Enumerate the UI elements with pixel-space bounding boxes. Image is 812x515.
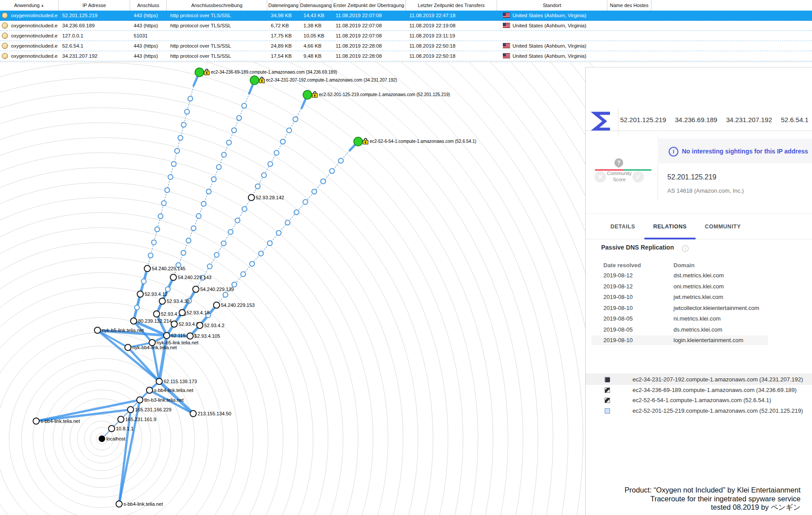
hop-node[interactable] [158,214,163,219]
host-list-row[interactable]: ec2-34-236-69-189.compute-1.amazonaws.co… [586,385,812,396]
host-list-row[interactable]: ec2-52-6-54-1.compute-1.amazonaws.com (5… [586,395,812,406]
hop-node[interactable] [294,210,299,215]
hop-node[interactable] [172,161,176,166]
passive-dns-row[interactable]: 2019-08-12oni.metrics.klei.com [591,282,768,291]
tab-relations[interactable]: RELATIONS [644,220,696,239]
hop-node[interactable] [196,214,201,219]
header-ip[interactable]: 34.236.69.189 [675,116,717,123]
hop-node[interactable] [211,177,216,182]
hop-node[interactable] [161,201,166,205]
hop-node[interactable] [262,173,266,178]
graph-node[interactable] [156,378,162,384]
hop-node[interactable] [155,227,160,232]
dns-domain[interactable]: jwtcollector.kleientertainment.com [674,303,759,313]
host-list-row[interactable]: ec2-34-231-207-192.compute-1.amazonaws.c… [586,374,812,385]
hop-node[interactable] [232,128,236,133]
hop-node[interactable] [321,179,326,184]
hop-node[interactable] [142,279,146,284]
column-header[interactable]: Anwendung ▲ [0,0,59,11]
dns-domain[interactable]: oni.metrics.klei.com [674,282,724,291]
hop-node[interactable] [287,128,292,133]
graph-node[interactable] [149,340,155,346]
hop-node[interactable] [276,231,281,235]
graph-node[interactable] [144,265,150,272]
hop-node[interactable] [242,207,247,212]
hop-node[interactable] [242,103,247,108]
table-row[interactable]: oxygennotincluded.exe34.236.69.189443 (h… [0,21,812,31]
dns-domain[interactable]: ds.metrics.klei.com [674,325,722,335]
graph-node[interactable] [127,407,134,413]
hop-node[interactable] [312,189,317,194]
graph-node[interactable] [109,425,115,432]
endpoint-node[interactable] [195,68,204,77]
hop-node[interactable] [148,253,153,258]
dns-domain[interactable]: jwt.metrics.klei.com [674,292,723,302]
endpoint-node[interactable] [250,76,259,85]
graph-node[interactable] [213,302,220,308]
graph-node[interactable] [33,418,39,424]
hop-node[interactable] [258,251,263,256]
graph-node[interactable] [248,194,254,201]
passive-dns-row[interactable]: 2019-08-10jwtcollector.kleientertainment… [591,303,768,313]
hop-node[interactable] [221,241,226,246]
table-row[interactable]: oxygennotincluded.exe52.6.54.1443 (https… [0,41,812,51]
hop-node[interactable] [152,240,157,245]
column-header[interactable]: Datenausgang [300,0,332,11]
passive-dns-row[interactable]: 2019-08-05ni.metrics.klei.com [591,314,768,324]
hop-node[interactable] [250,261,254,266]
header-ip[interactable]: 52.6.54.1 [781,116,809,123]
graph-node[interactable] [159,298,165,304]
graph-node[interactable] [171,321,177,327]
passive-dns-row[interactable]: 2019-08-12dst.metrics.klei.com [591,271,768,280]
column-header[interactable]: Anschlussbeschreibung [167,0,267,11]
column-header[interactable]: Erster Zeitpunkt der Übertragung [332,0,406,11]
passive-dns-row[interactable]: 2019-08-10jwt.metrics.klei.com [591,292,768,302]
hop-node[interactable] [281,139,285,144]
hop-node[interactable] [223,292,228,297]
graph-node[interactable] [94,327,101,333]
graph-node[interactable] [116,501,122,507]
hop-node[interactable] [274,150,279,155]
hop-node[interactable] [207,264,212,269]
hop-node[interactable] [303,200,308,205]
hop-node[interactable] [178,135,183,140]
hop-node[interactable] [237,116,242,120]
hop-node[interactable] [165,188,170,193]
hop-node[interactable] [191,226,196,231]
hop-node[interactable] [181,250,186,255]
graph-node[interactable] [146,387,153,393]
endpoint-node[interactable] [354,137,363,146]
graph-node[interactable] [197,322,203,328]
passive-dns-row[interactable]: 2019-08-05ds.metrics.klei.com [591,325,768,335]
hop-node[interactable] [135,305,139,310]
hop-node[interactable] [217,164,221,169]
graph-node[interactable] [187,333,193,339]
hop-node[interactable] [181,122,186,127]
tab-details[interactable]: DETAILS [602,220,644,239]
hop-node[interactable] [165,287,170,292]
hop-node[interactable] [201,202,206,206]
hop-node[interactable] [268,161,273,166]
hop-node[interactable] [221,153,226,157]
column-header[interactable]: Name des Hostes [607,0,651,11]
dns-domain[interactable]: ni.metrics.klei.com [674,314,721,324]
hop-node[interactable] [186,238,191,243]
column-header[interactable]: IP Adresse [59,0,130,11]
graph-node[interactable] [153,311,160,317]
dns-domain[interactable]: dst.metrics.klei.com [674,271,724,280]
table-row[interactable]: oxygennotincluded.exe34.231.207.192443 (… [0,51,812,61]
graph-node[interactable] [193,286,199,292]
graph-node[interactable] [118,416,124,422]
table-row[interactable]: oxygennotincluded.exe52.201.125.219443 (… [0,11,812,21]
hop-node[interactable] [228,230,233,235]
hop-node[interactable] [188,96,193,101]
hop-node[interactable] [214,253,219,258]
hop-node[interactable] [255,184,260,189]
passive-dns-row[interactable]: 2019-08-10login.kleientertainment.com [591,336,768,345]
origin-node[interactable] [99,436,105,442]
graph-node[interactable] [179,310,185,316]
column-header[interactable]: Letzter Zeitpunkt des Transfers [406,0,497,11]
graph-node[interactable] [137,291,143,297]
graph-node[interactable] [137,397,143,403]
hop-node[interactable] [285,220,290,225]
